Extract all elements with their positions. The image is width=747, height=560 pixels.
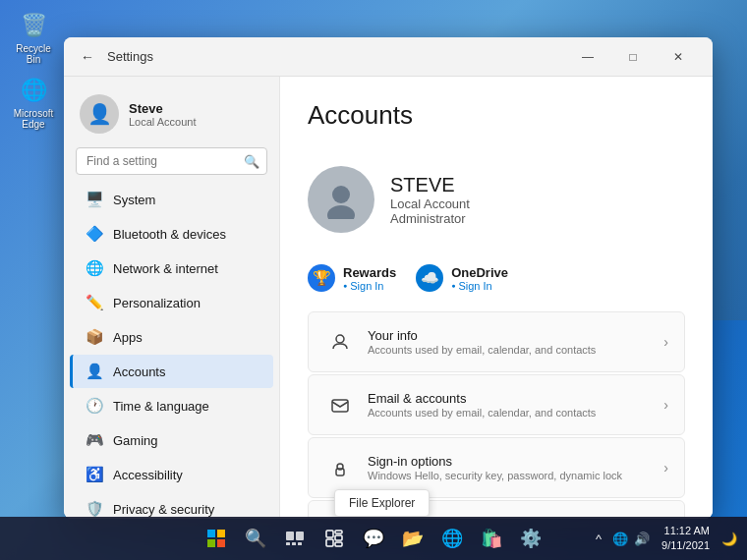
sidebar-item-gaming[interactable]: 🎮 Gaming (70, 423, 273, 457)
title-bar: ← Settings — □ ✕ (64, 37, 713, 77)
email-accounts-title: Email & accounts (368, 391, 663, 406)
svg-point-2 (336, 335, 344, 343)
close-button[interactable]: ✕ (656, 41, 701, 73)
settings-body: 👤 Steve Local Account 🔍 🖥️ System (64, 77, 713, 519)
search-box: 🔍 (76, 147, 267, 175)
desktop: 🗑️ Recycle Bin 🌐 Microsoft Edge ← Settin… (0, 0, 747, 560)
time-icon: 🕐 (86, 397, 103, 415)
store-button[interactable]: 🛍️ (474, 521, 509, 556)
sidebar-item-personalization[interactable]: ✏️ Personalization (70, 286, 273, 319)
your-info-chevron: › (663, 334, 668, 350)
gaming-icon: 🎮 (86, 431, 103, 449)
edge-icon[interactable]: 🌐 Microsoft Edge (8, 75, 59, 130)
maximize-button[interactable]: □ (610, 41, 656, 73)
svg-rect-10 (217, 530, 225, 537)
taskbar: 🔍 💬 📂 (0, 517, 747, 560)
sidebar-item-apps[interactable]: 📦 Apps (70, 320, 273, 354)
your-info-item[interactable]: Your info Accounts used by email, calend… (308, 311, 685, 372)
accessibility-icon: ♿ (86, 466, 103, 483)
main-content: Accounts STEVE Local Account Administrat… (280, 77, 713, 519)
sidebar-item-network[interactable]: 🌐 Network & internet (70, 252, 273, 285)
email-accounts-chevron: › (663, 397, 668, 413)
svg-rect-16 (292, 542, 296, 545)
sign-in-icon (324, 452, 356, 483)
svg-rect-4 (332, 400, 348, 412)
tray-notifications[interactable]: 🌙 (719, 521, 739, 556)
svg-point-1 (327, 205, 355, 219)
system-icon: 🖥️ (86, 191, 103, 208)
search-taskbar-button[interactable]: 🔍 (238, 521, 273, 556)
settings-list: Your info Accounts used by email, calend… (308, 311, 685, 519)
sign-in-title: Sign-in options (368, 454, 663, 469)
sidebar-item-system[interactable]: 🖥️ System (70, 183, 273, 216)
back-button[interactable]: ← (76, 45, 99, 69)
avatar-svg (321, 180, 361, 219)
taskview-button[interactable] (277, 521, 313, 556)
email-accounts-item[interactable]: Email & accounts Accounts used by email,… (308, 374, 685, 435)
taskbar-right: ^ 🌐 🔊 11:12 AM 9/11/2021 🌙 (589, 521, 739, 556)
svg-rect-18 (326, 531, 333, 537)
svg-rect-11 (207, 539, 215, 547)
file-explorer-tooltip: File Explorer (334, 489, 430, 517)
search-input[interactable] (76, 147, 267, 175)
rewards-icon: 🏆 (308, 264, 335, 292)
search-icon: 🔍 (244, 154, 259, 169)
file-explorer-button[interactable]: 📂 (395, 521, 431, 556)
profile-role: Administrator (390, 211, 470, 226)
onedrive-icon: ☁️ (416, 264, 443, 292)
profile-account-type: Local Account (390, 196, 470, 211)
sidebar: 👤 Steve Local Account 🔍 🖥️ System (64, 77, 280, 519)
your-info-title: Your info (368, 328, 663, 343)
svg-point-0 (332, 186, 350, 203)
system-tray: ^ 🌐 🔊 (589, 521, 652, 556)
email-icon (324, 389, 356, 420)
profile-username: STEVE (390, 174, 470, 196)
window-title: Settings (107, 49, 153, 64)
sidebar-profile-name: Steve (129, 101, 197, 116)
rewards-service[interactable]: 🏆 Rewards Sign In (308, 264, 396, 292)
settings-button[interactable]: ⚙️ (513, 521, 548, 556)
taskbar-center: 🔍 💬 📂 (199, 521, 548, 556)
network-icon: 🌐 (86, 259, 103, 277)
svg-rect-17 (298, 542, 302, 545)
onedrive-service[interactable]: ☁️ OneDrive Sign In (416, 264, 508, 292)
profile-avatar (308, 166, 374, 233)
svg-rect-15 (286, 542, 290, 545)
settings-window: ← Settings — □ ✕ 👤 Steve Local Account (64, 37, 713, 519)
sidebar-item-accounts[interactable]: 👤 Accounts (70, 355, 273, 388)
tray-volume[interactable]: 🔊 (632, 521, 652, 556)
sidebar-item-accessibility[interactable]: ♿ Accessibility (70, 458, 273, 491)
svg-rect-22 (335, 542, 342, 546)
clock[interactable]: 11:12 AM 9/11/2021 (656, 524, 716, 554)
personalization-icon: ✏️ (86, 294, 103, 311)
rewards-label: Rewards (343, 265, 396, 280)
profile-info: STEVE Local Account Administrator (390, 174, 470, 226)
minimize-button[interactable]: — (565, 41, 610, 73)
sidebar-item-privacy[interactable]: 🛡️ Privacy & security (70, 492, 273, 519)
recycle-bin-icon[interactable]: 🗑️ Recycle Bin (8, 10, 59, 65)
sidebar-avatar: 👤 (80, 94, 119, 134)
apps-icon: 📦 (86, 328, 103, 346)
profile-card: STEVE Local Account Administrator (308, 150, 685, 249)
svg-rect-9 (207, 530, 215, 537)
sidebar-item-bluetooth[interactable]: 🔷 Bluetooth & devices (70, 217, 273, 251)
edge-taskbar-button[interactable]: 🌐 (434, 521, 470, 556)
sidebar-item-time[interactable]: 🕐 Time & language (70, 389, 273, 422)
widgets-button[interactable] (316, 521, 352, 556)
rewards-action: Sign In (343, 280, 396, 292)
svg-rect-20 (335, 535, 342, 540)
tray-network[interactable]: 🌐 (610, 521, 630, 556)
desktop-icons: 🗑️ Recycle Bin 🌐 Microsoft Edge (8, 10, 59, 130)
your-info-desc: Accounts used by email, calendar, and co… (368, 344, 663, 356)
chat-button[interactable]: 💬 (356, 521, 391, 556)
services-row: 🏆 Rewards Sign In ☁️ OneDrive Sign In (308, 264, 685, 292)
sidebar-profile-type: Local Account (129, 116, 197, 128)
start-button[interactable] (199, 521, 234, 556)
bluetooth-icon: 🔷 (86, 225, 103, 243)
tray-chevron[interactable]: ^ (589, 521, 608, 556)
onedrive-action: Sign In (451, 280, 508, 292)
page-title: Accounts (308, 100, 685, 131)
sidebar-profile[interactable]: 👤 Steve Local Account (64, 84, 279, 147)
sign-in-desc: Windows Hello, security key, password, d… (368, 470, 663, 481)
your-info-icon (324, 326, 356, 358)
